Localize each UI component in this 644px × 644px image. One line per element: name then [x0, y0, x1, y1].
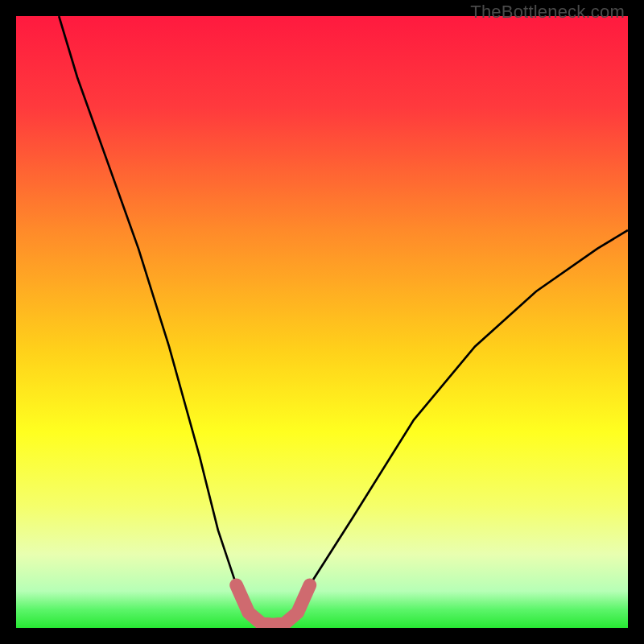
bottleneck-curve — [59, 16, 628, 625]
outer-frame: TheBottleneck.com — [0, 0, 644, 644]
curve-layer — [16, 16, 628, 628]
watermark-text: TheBottleneck.com — [470, 2, 625, 23]
valley-highlight — [237, 585, 310, 625]
plot-area — [16, 16, 628, 628]
